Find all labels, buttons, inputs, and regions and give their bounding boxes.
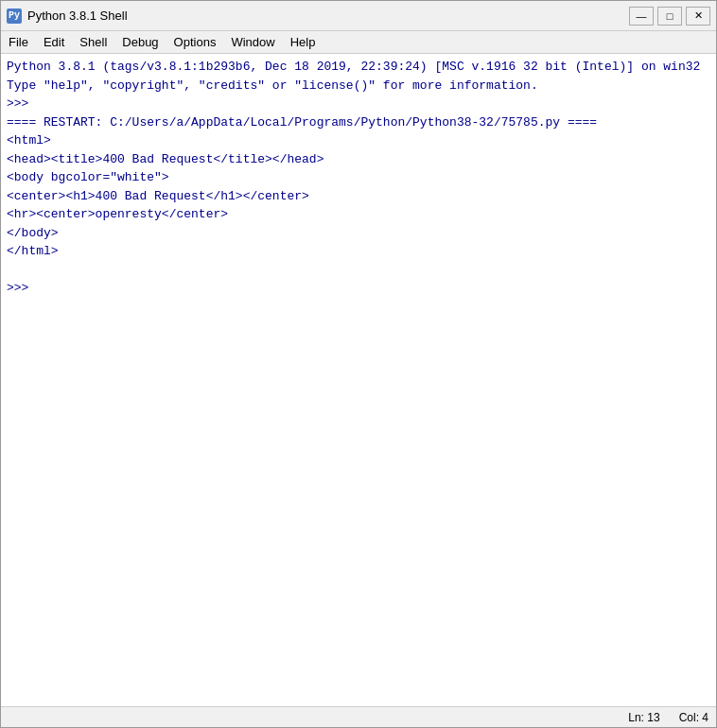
shell-text: Python 3.8.1 (tags/v3.8.1:1b293b6, Dec 1… xyxy=(7,58,710,298)
status-line: Ln: 13 xyxy=(628,711,659,724)
menu-bar: File Edit Shell Debug Options Window Hel… xyxy=(1,31,716,54)
maximize-button[interactable]: □ xyxy=(657,7,682,26)
shell-output[interactable]: Python 3.8.1 (tags/v3.8.1:1b293b6, Dec 1… xyxy=(1,54,716,706)
status-col: Col: 4 xyxy=(679,711,708,724)
menu-debug[interactable]: Debug xyxy=(114,33,166,51)
menu-options[interactable]: Options xyxy=(166,33,224,51)
menu-shell[interactable]: Shell xyxy=(72,33,114,51)
title-bar: Py Python 3.8.1 Shell — □ ✕ xyxy=(1,1,716,31)
title-bar-left: Py Python 3.8.1 Shell xyxy=(7,9,128,24)
minimize-button[interactable]: — xyxy=(629,7,654,26)
menu-file[interactable]: File xyxy=(1,33,36,51)
menu-help[interactable]: Help xyxy=(283,33,324,51)
app-icon: Py xyxy=(7,9,22,24)
menu-edit[interactable]: Edit xyxy=(36,33,72,51)
main-window: Py Python 3.8.1 Shell — □ ✕ File Edit Sh… xyxy=(0,0,717,728)
close-button[interactable]: ✕ xyxy=(686,7,710,26)
window-controls: — □ ✕ xyxy=(629,7,710,26)
status-bar: Ln: 13 Col: 4 xyxy=(1,706,716,727)
menu-window[interactable]: Window xyxy=(223,33,282,51)
window-title: Python 3.8.1 Shell xyxy=(27,9,128,23)
